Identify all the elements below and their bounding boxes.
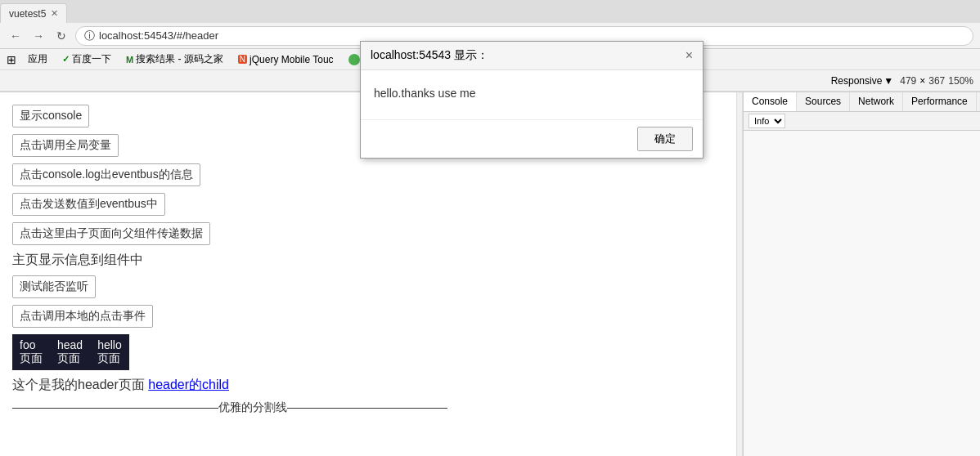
alert-message: hello.thanks use me (374, 87, 476, 100)
alert-footer: 确定 (361, 119, 703, 158)
alert-ok-button[interactable]: 确定 (637, 127, 693, 151)
alert-close-button[interactable]: × (686, 48, 693, 63)
alert-dialog: localhost:54543 显示： × hello.thanks use m… (360, 41, 704, 159)
alert-body: hello.thanks use me (361, 70, 703, 119)
alert-title: localhost:54543 显示： (371, 48, 488, 63)
alert-header: localhost:54543 显示： × (361, 42, 703, 70)
alert-overlay: localhost:54543 显示： × hello.thanks use m… (0, 0, 980, 456)
